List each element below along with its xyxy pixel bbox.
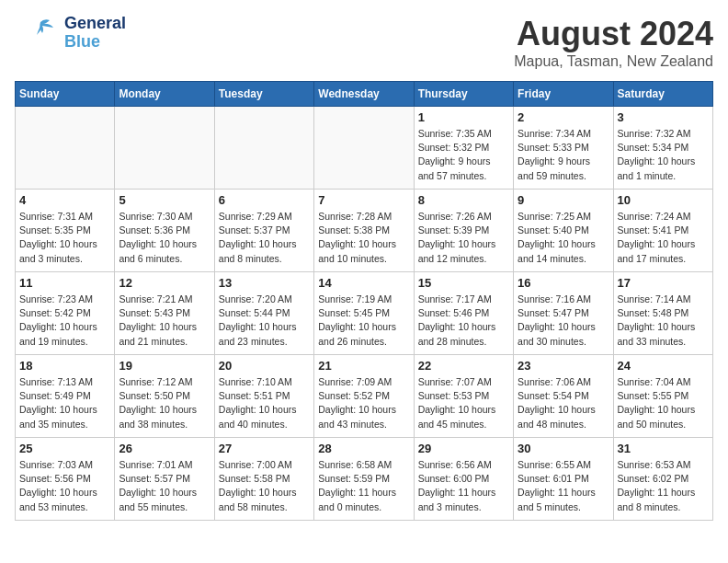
col-friday: Friday xyxy=(514,82,613,107)
table-row xyxy=(16,107,115,190)
table-row: 26Sunrise: 7:01 AM Sunset: 5:57 PM Dayli… xyxy=(115,438,214,521)
day-number: 17 xyxy=(618,276,709,290)
day-info: Sunrise: 7:30 AM Sunset: 5:36 PM Dayligh… xyxy=(119,210,210,266)
day-info: Sunrise: 7:09 AM Sunset: 5:52 PM Dayligh… xyxy=(318,375,409,431)
calendar-week-row: 25Sunrise: 7:03 AM Sunset: 5:56 PM Dayli… xyxy=(16,438,713,521)
month-title: August 2024 xyxy=(514,15,713,53)
logo-text: General Blue xyxy=(64,15,126,52)
day-number: 19 xyxy=(119,359,210,373)
table-row: 19Sunrise: 7:12 AM Sunset: 5:50 PM Dayli… xyxy=(115,355,214,438)
calendar-week-row: 1Sunrise: 7:35 AM Sunset: 5:32 PM Daylig… xyxy=(16,107,713,190)
day-number: 14 xyxy=(318,276,409,290)
day-info: Sunrise: 7:14 AM Sunset: 5:48 PM Dayligh… xyxy=(618,293,709,349)
day-info: Sunrise: 7:19 AM Sunset: 5:45 PM Dayligh… xyxy=(318,293,409,349)
day-number: 8 xyxy=(418,193,509,207)
day-number: 6 xyxy=(219,193,310,207)
logo: General Blue xyxy=(15,15,126,52)
day-info: Sunrise: 7:01 AM Sunset: 5:57 PM Dayligh… xyxy=(119,458,210,514)
table-row: 28Sunrise: 6:58 AM Sunset: 5:59 PM Dayli… xyxy=(314,438,414,521)
day-number: 15 xyxy=(418,276,509,290)
table-row: 3Sunrise: 7:32 AM Sunset: 5:34 PM Daylig… xyxy=(613,107,712,190)
calendar-header-row: Sunday Monday Tuesday Wednesday Thursday… xyxy=(16,82,713,107)
table-row: 30Sunrise: 6:55 AM Sunset: 6:01 PM Dayli… xyxy=(514,438,613,521)
day-info: Sunrise: 7:17 AM Sunset: 5:46 PM Dayligh… xyxy=(418,293,509,349)
day-info: Sunrise: 7:35 AM Sunset: 5:32 PM Dayligh… xyxy=(418,127,509,183)
day-number: 7 xyxy=(318,193,409,207)
table-row: 6Sunrise: 7:29 AM Sunset: 5:37 PM Daylig… xyxy=(214,190,313,272)
day-number: 11 xyxy=(19,276,110,290)
table-row: 11Sunrise: 7:23 AM Sunset: 5:42 PM Dayli… xyxy=(16,272,115,355)
day-info: Sunrise: 7:32 AM Sunset: 5:34 PM Dayligh… xyxy=(618,127,709,183)
day-info: Sunrise: 7:10 AM Sunset: 5:51 PM Dayligh… xyxy=(219,375,310,431)
day-info: Sunrise: 7:34 AM Sunset: 5:33 PM Dayligh… xyxy=(518,127,609,183)
table-row: 5Sunrise: 7:30 AM Sunset: 5:36 PM Daylig… xyxy=(115,190,214,272)
day-number: 26 xyxy=(119,442,210,455)
day-number: 20 xyxy=(219,359,310,373)
col-monday: Monday xyxy=(115,82,214,107)
logo-general: General xyxy=(64,15,126,33)
logo-icon xyxy=(15,15,61,52)
calendar-week-row: 11Sunrise: 7:23 AM Sunset: 5:42 PM Dayli… xyxy=(16,272,713,355)
table-row: 25Sunrise: 7:03 AM Sunset: 5:56 PM Dayli… xyxy=(16,438,115,521)
calendar-week-row: 18Sunrise: 7:13 AM Sunset: 5:49 PM Dayli… xyxy=(16,355,713,438)
col-wednesday: Wednesday xyxy=(314,82,414,107)
day-info: Sunrise: 7:25 AM Sunset: 5:40 PM Dayligh… xyxy=(518,210,609,266)
day-number: 27 xyxy=(219,442,310,455)
day-info: Sunrise: 7:04 AM Sunset: 5:55 PM Dayligh… xyxy=(618,375,709,431)
day-number: 18 xyxy=(19,359,110,373)
day-info: Sunrise: 7:12 AM Sunset: 5:50 PM Dayligh… xyxy=(119,375,210,431)
day-number: 24 xyxy=(618,359,709,373)
day-info: Sunrise: 7:23 AM Sunset: 5:42 PM Dayligh… xyxy=(19,293,110,349)
table-row: 27Sunrise: 7:00 AM Sunset: 5:58 PM Dayli… xyxy=(214,438,313,521)
day-info: Sunrise: 7:03 AM Sunset: 5:56 PM Dayligh… xyxy=(19,458,110,514)
day-info: Sunrise: 6:53 AM Sunset: 6:02 PM Dayligh… xyxy=(618,458,709,514)
day-number: 23 xyxy=(518,359,609,373)
table-row: 2Sunrise: 7:34 AM Sunset: 5:33 PM Daylig… xyxy=(514,107,613,190)
day-info: Sunrise: 7:07 AM Sunset: 5:53 PM Dayligh… xyxy=(418,375,509,431)
logo-blue: Blue xyxy=(64,33,126,52)
day-number: 5 xyxy=(119,193,210,207)
table-row: 13Sunrise: 7:20 AM Sunset: 5:44 PM Dayli… xyxy=(214,272,313,355)
table-row: 23Sunrise: 7:06 AM Sunset: 5:54 PM Dayli… xyxy=(514,355,613,438)
col-thursday: Thursday xyxy=(414,82,513,107)
table-row: 9Sunrise: 7:25 AM Sunset: 5:40 PM Daylig… xyxy=(514,190,613,272)
day-number: 21 xyxy=(318,359,409,373)
table-row: 10Sunrise: 7:24 AM Sunset: 5:41 PM Dayli… xyxy=(613,190,712,272)
day-info: Sunrise: 7:24 AM Sunset: 5:41 PM Dayligh… xyxy=(618,210,709,266)
day-info: Sunrise: 7:16 AM Sunset: 5:47 PM Dayligh… xyxy=(518,293,609,349)
day-number: 22 xyxy=(418,359,509,373)
calendar-table: Sunday Monday Tuesday Wednesday Thursday… xyxy=(15,81,713,521)
day-info: Sunrise: 6:56 AM Sunset: 6:00 PM Dayligh… xyxy=(418,458,509,514)
table-row: 18Sunrise: 7:13 AM Sunset: 5:49 PM Dayli… xyxy=(16,355,115,438)
table-row: 21Sunrise: 7:09 AM Sunset: 5:52 PM Dayli… xyxy=(314,355,414,438)
table-row: 22Sunrise: 7:07 AM Sunset: 5:53 PM Dayli… xyxy=(414,355,513,438)
day-info: Sunrise: 6:55 AM Sunset: 6:01 PM Dayligh… xyxy=(518,458,609,514)
location-title: Mapua, Tasman, New Zealand xyxy=(514,53,713,70)
day-info: Sunrise: 7:21 AM Sunset: 5:43 PM Dayligh… xyxy=(119,293,210,349)
day-number: 29 xyxy=(418,442,509,455)
table-row: 14Sunrise: 7:19 AM Sunset: 5:45 PM Dayli… xyxy=(314,272,414,355)
page-header: General Blue August 2024 Mapua, Tasman, … xyxy=(15,15,713,70)
table-row: 7Sunrise: 7:28 AM Sunset: 5:38 PM Daylig… xyxy=(314,190,414,272)
day-info: Sunrise: 7:29 AM Sunset: 5:37 PM Dayligh… xyxy=(219,210,310,266)
day-info: Sunrise: 7:00 AM Sunset: 5:58 PM Dayligh… xyxy=(219,458,310,514)
table-row xyxy=(214,107,313,190)
day-number: 25 xyxy=(19,442,110,455)
table-row: 4Sunrise: 7:31 AM Sunset: 5:35 PM Daylig… xyxy=(16,190,115,272)
day-number: 3 xyxy=(618,110,709,124)
day-info: Sunrise: 6:58 AM Sunset: 5:59 PM Dayligh… xyxy=(318,458,409,514)
day-info: Sunrise: 7:26 AM Sunset: 5:39 PM Dayligh… xyxy=(418,210,509,266)
day-info: Sunrise: 7:06 AM Sunset: 5:54 PM Dayligh… xyxy=(518,375,609,431)
day-number: 9 xyxy=(518,193,609,207)
col-tuesday: Tuesday xyxy=(214,82,313,107)
table-row: 24Sunrise: 7:04 AM Sunset: 5:55 PM Dayli… xyxy=(613,355,712,438)
day-info: Sunrise: 7:13 AM Sunset: 5:49 PM Dayligh… xyxy=(19,375,110,431)
table-row: 12Sunrise: 7:21 AM Sunset: 5:43 PM Dayli… xyxy=(115,272,214,355)
day-number: 10 xyxy=(618,193,709,207)
col-sunday: Sunday xyxy=(16,82,115,107)
day-number: 28 xyxy=(318,442,409,455)
day-number: 31 xyxy=(618,442,709,455)
table-row: 16Sunrise: 7:16 AM Sunset: 5:47 PM Dayli… xyxy=(514,272,613,355)
calendar-week-row: 4Sunrise: 7:31 AM Sunset: 5:35 PM Daylig… xyxy=(16,190,713,272)
table-row: 8Sunrise: 7:26 AM Sunset: 5:39 PM Daylig… xyxy=(414,190,513,272)
